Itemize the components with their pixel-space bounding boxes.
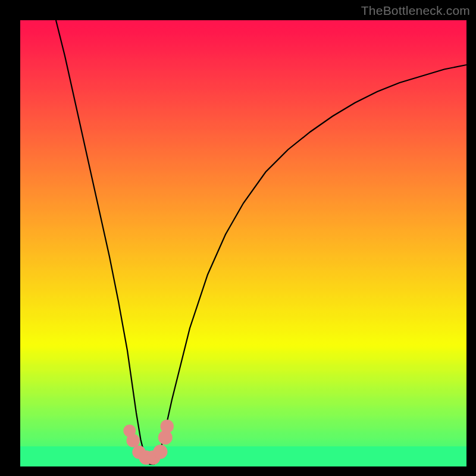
bottleneck-curve — [56, 20, 466, 464]
chart-frame: TheBottleneck.com — [0, 0, 476, 476]
green-band — [20, 446, 466, 466]
plot-svg — [20, 20, 466, 466]
curve-marker — [161, 419, 174, 433]
curve-marker — [154, 444, 168, 459]
curve-marker — [127, 434, 140, 447]
plot-area — [20, 20, 466, 466]
watermark-text: TheBottleneck.com — [361, 4, 470, 18]
